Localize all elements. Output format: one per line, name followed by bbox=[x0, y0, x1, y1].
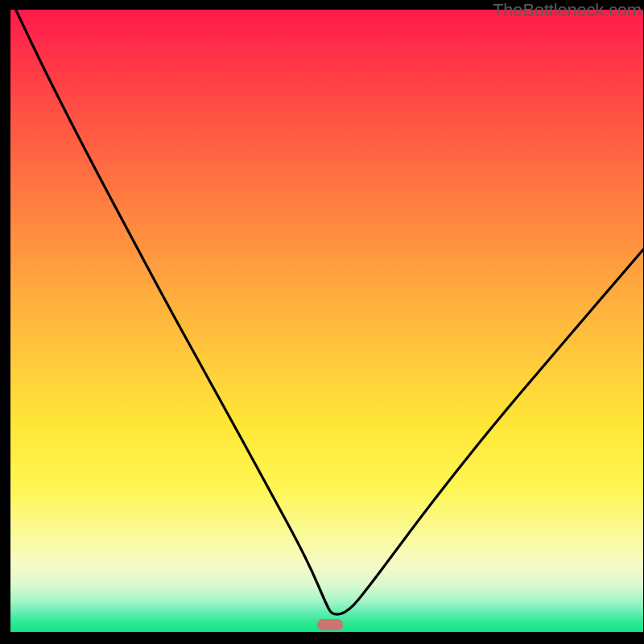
plot-area bbox=[10, 10, 643, 632]
watermark-text: TheBottleneck.com bbox=[493, 0, 642, 21]
curve-svg bbox=[10, 10, 643, 632]
optimum-marker bbox=[317, 619, 343, 630]
chart-container: TheBottleneck.com bbox=[10, 0, 643, 632]
bottleneck-curve bbox=[12, 10, 643, 614]
